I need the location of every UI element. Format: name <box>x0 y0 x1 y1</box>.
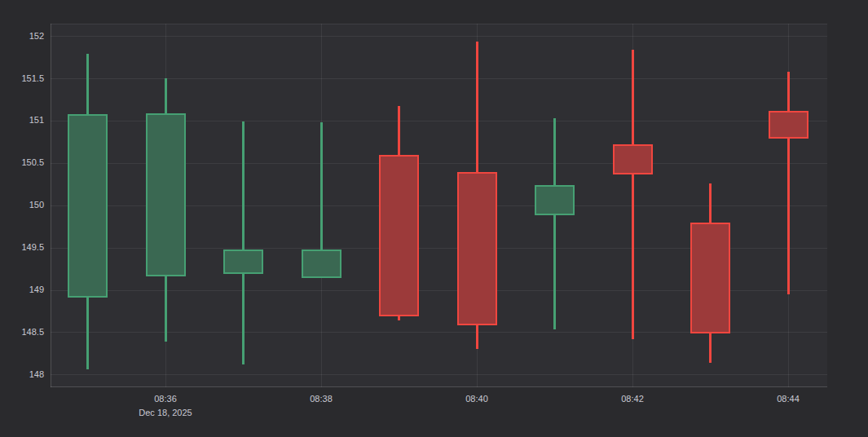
candle-body[interactable] <box>223 249 263 274</box>
x-axis-date-label: Dec 18, 2025 <box>108 408 223 417</box>
candle-body[interactable] <box>457 172 497 325</box>
y-tick-label: 149 <box>0 284 44 296</box>
candle-wick[interactable] <box>632 50 634 339</box>
y-tick-label: 151.5 <box>0 73 44 85</box>
y-tick-label: 148 <box>0 369 44 381</box>
y-tick-label: 149.5 <box>0 241 44 254</box>
candlestick-chart-panel: 152151.5151150.5150149.5149148.5148 08:3… <box>0 0 868 437</box>
x-tick-label: 08:40 <box>448 393 505 405</box>
plot-top-border <box>51 24 827 24</box>
candle-wick[interactable] <box>553 118 556 330</box>
y-tick-label: 150 <box>0 199 44 211</box>
candle-body[interactable] <box>68 114 108 298</box>
h-gridline <box>51 36 827 37</box>
y-tick-label: 148.5 <box>0 326 44 338</box>
candle-body[interactable] <box>769 111 809 138</box>
candle-body[interactable] <box>302 249 341 278</box>
y-tick-label: 152 <box>0 30 44 42</box>
candle-body[interactable] <box>146 113 186 276</box>
h-gridline <box>51 374 827 375</box>
x-tick-label: 08:44 <box>760 393 817 405</box>
plot-area[interactable] <box>51 24 827 387</box>
candle-wick[interactable] <box>787 72 790 294</box>
x-tick-label: 08:36 <box>137 393 194 405</box>
x-axis-line <box>51 386 827 387</box>
y-tick-label: 151 <box>0 114 44 126</box>
candle-wick[interactable] <box>242 121 245 364</box>
candle-body[interactable] <box>535 185 575 215</box>
candle-body[interactable] <box>613 144 653 174</box>
y-axis-line <box>51 24 51 387</box>
h-gridline <box>51 78 827 79</box>
candle-body[interactable] <box>690 223 730 333</box>
y-tick-label: 150.5 <box>0 157 44 169</box>
candle-body[interactable] <box>379 155 419 316</box>
x-tick-label: 08:38 <box>293 393 350 405</box>
x-tick-label: 08:42 <box>604 393 661 405</box>
